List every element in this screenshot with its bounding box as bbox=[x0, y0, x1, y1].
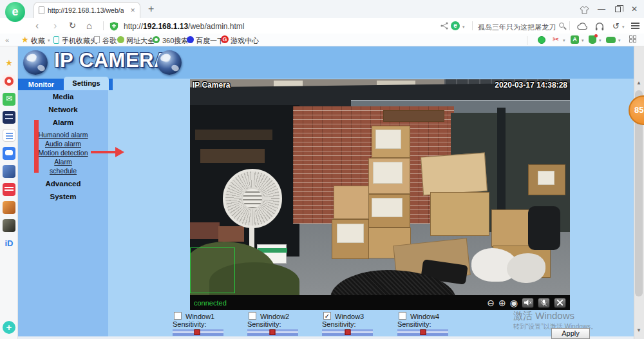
bookmark-game-center[interactable]: 游戏中心 bbox=[231, 36, 259, 46]
google-doc-icon[interactable] bbox=[94, 36, 100, 43]
phone-favorites-icon[interactable] bbox=[53, 36, 59, 44]
screenshot-scissors-icon[interactable]: ✂ bbox=[553, 35, 559, 44]
extension-e-icon[interactable]: e bbox=[451, 21, 460, 30]
forward-icon[interactable]: › bbox=[53, 20, 57, 32]
menu-link-alarm-schedule-line1[interactable]: Alarm bbox=[18, 158, 108, 166]
window3-checkbox[interactable]: ✓ bbox=[323, 312, 331, 320]
apply-button[interactable]: Apply bbox=[551, 328, 590, 339]
rail-forum-icon[interactable] bbox=[3, 111, 15, 124]
chevron-down-icon[interactable]: ▾ bbox=[462, 24, 465, 30]
slider-thumb[interactable] bbox=[194, 329, 200, 335]
translate-icon[interactable]: A bbox=[571, 35, 579, 44]
rail-add-button[interactable]: + bbox=[3, 321, 15, 334]
rail-favorites-star-icon[interactable]: ★ bbox=[3, 57, 15, 70]
slider-thumb[interactable] bbox=[421, 329, 426, 335]
window1-checkbox[interactable] bbox=[174, 312, 182, 320]
rail-mail-icon[interactable]: ✉ bbox=[3, 93, 15, 106]
home-icon[interactable]: ⌂ bbox=[86, 20, 92, 32]
scroll-up-icon[interactable]: ▲ bbox=[636, 80, 641, 86]
menu-link-alarm-schedule-line2[interactable]: schedule bbox=[18, 167, 108, 175]
rail-weibo-icon[interactable] bbox=[3, 75, 15, 88]
nav-site-icon[interactable] bbox=[117, 36, 124, 43]
window4-label: Window4 bbox=[410, 313, 439, 320]
close-button[interactable]: ✕ bbox=[631, 5, 638, 14]
share-icon[interactable] bbox=[440, 22, 448, 30]
new-tab-button[interactable]: + bbox=[148, 3, 154, 15]
rail-red-app-icon[interactable] bbox=[3, 183, 15, 196]
chevron-down-icon[interactable]: ▾ bbox=[622, 24, 625, 30]
game-center-icon[interactable]: G bbox=[221, 35, 229, 43]
gamepad-icon[interactable] bbox=[606, 37, 616, 43]
site-security-shield-icon[interactable] bbox=[109, 21, 118, 31]
browser-tab[interactable]: http://192.168.1.13/web/admi ✕ bbox=[33, 2, 140, 18]
rail-document-icon[interactable] bbox=[3, 129, 15, 142]
zoom-out-icon[interactable]: ⊖ bbox=[487, 298, 495, 307]
favorites-star-icon[interactable]: ★ bbox=[21, 35, 29, 44]
chevron-down-icon[interactable]: ▾ bbox=[563, 38, 565, 43]
menu-hamburger-icon[interactable] bbox=[631, 23, 639, 29]
search-icon[interactable] bbox=[559, 23, 564, 28]
bookmark-360-search[interactable]: 360搜索 bbox=[162, 36, 188, 46]
menu-link-humanoid-alarm[interactable]: Humanoid alarm bbox=[18, 131, 108, 139]
chevron-down-icon[interactable]: ▾ bbox=[618, 38, 621, 43]
security-shield-icon[interactable] bbox=[589, 35, 596, 44]
cloud-sync-icon[interactable] bbox=[577, 23, 589, 30]
scene-box bbox=[334, 186, 369, 219]
motion-detection-zone[interactable] bbox=[190, 247, 235, 293]
browser-logo-icon[interactable]: e bbox=[5, 2, 25, 22]
reload-icon[interactable]: ↻ bbox=[69, 20, 76, 32]
slider-thumb[interactable] bbox=[269, 329, 275, 335]
tab-settings[interactable]: Settings bbox=[64, 77, 109, 90]
bookmark-phone-favorites[interactable]: 手机收藏夹 bbox=[62, 36, 97, 46]
tab-monitor[interactable]: Monitor bbox=[18, 79, 64, 90]
rail-game1-icon[interactable] bbox=[3, 165, 15, 178]
minimize-button[interactable]: — bbox=[598, 5, 605, 14]
bookmark-favorites[interactable]: 收藏 bbox=[31, 36, 45, 46]
history-icon[interactable]: ↺ bbox=[612, 21, 620, 31]
record-icon[interactable]: ◉ bbox=[510, 298, 518, 307]
window1-sensitivity-slider[interactable] bbox=[173, 329, 223, 336]
zoom-in-icon[interactable]: ⊕ bbox=[498, 298, 506, 307]
address-bar[interactable]: http://192.168.1.13/web/admin.html bbox=[124, 22, 244, 31]
baidu-icon[interactable] bbox=[187, 36, 194, 43]
bookmark-nav-site[interactable]: 网址大全 bbox=[126, 36, 155, 46]
headset-icon[interactable] bbox=[595, 22, 604, 31]
chevron-down-icon[interactable]: ▾ bbox=[599, 38, 601, 43]
window4-checkbox[interactable] bbox=[399, 312, 406, 320]
back-icon[interactable]: ‹ bbox=[35, 20, 39, 32]
window3-sensitivity-slider[interactable] bbox=[322, 329, 373, 336]
chevron-down-icon[interactable]: ▾ bbox=[48, 38, 50, 43]
sensitivity-label: Sensitivity: bbox=[322, 320, 356, 328]
mute-speaker-button[interactable] bbox=[522, 298, 534, 308]
extensions-grid-icon[interactable] bbox=[629, 35, 637, 43]
menu-item-network[interactable]: Network bbox=[18, 106, 108, 113]
browser-tab-title: http://192.168.1.13/web/admi bbox=[48, 6, 124, 14]
scroll-down-icon[interactable]: ▼ bbox=[636, 327, 641, 333]
search-input[interactable]: 孤岛三年只为这把屠龙刀 bbox=[478, 23, 556, 32]
menu-item-media[interactable]: Media bbox=[18, 93, 108, 101]
chevron-down-icon[interactable]: ▾ bbox=[582, 38, 584, 43]
menu-item-advanced[interactable]: Advanced bbox=[18, 180, 108, 188]
bookmark-google[interactable]: 谷歌 bbox=[102, 36, 117, 46]
rail-game3-icon[interactable] bbox=[3, 219, 15, 232]
window2-checkbox[interactable] bbox=[249, 312, 256, 320]
restore-button[interactable] bbox=[615, 6, 621, 12]
rail-id-icon[interactable]: iD bbox=[3, 237, 15, 250]
video-settings-button[interactable] bbox=[554, 298, 566, 308]
menu-item-alarm[interactable]: Alarm bbox=[18, 119, 108, 126]
360-search-icon[interactable] bbox=[153, 36, 160, 43]
menu-item-system[interactable]: System bbox=[18, 193, 108, 200]
live-video-feed[interactable]: IP Camera 2020-03-17 14:38:28 bbox=[190, 79, 570, 295]
adblock-icon[interactable] bbox=[538, 36, 545, 44]
rail-game2-icon[interactable] bbox=[3, 201, 15, 214]
window2-sensitivity-slider[interactable] bbox=[247, 329, 298, 336]
slider-thumb[interactable] bbox=[345, 329, 350, 335]
rail-chat-icon[interactable] bbox=[3, 147, 15, 160]
bookmark-baidu[interactable]: 百度一下 bbox=[196, 36, 224, 46]
menu-link-audio-alarm[interactable]: Audio alarm bbox=[18, 140, 108, 148]
skin-icon[interactable] bbox=[580, 6, 589, 14]
window4-sensitivity-slider[interactable] bbox=[397, 329, 448, 336]
collapse-sidebar-icon[interactable]: « bbox=[5, 36, 9, 44]
tab-close-icon[interactable]: ✕ bbox=[130, 7, 135, 14]
mute-mic-button[interactable] bbox=[538, 298, 550, 308]
